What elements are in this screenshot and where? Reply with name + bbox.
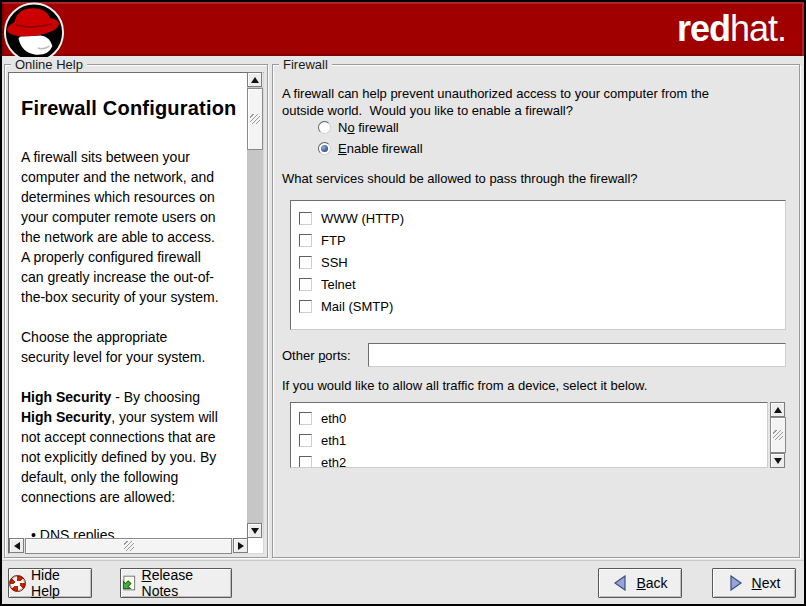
scroll-right-button[interactable]	[233, 538, 248, 553]
scroll-left-button[interactable]	[9, 538, 24, 553]
brand-bold: red	[677, 8, 730, 49]
help-title: Firewall Configuration	[21, 97, 237, 120]
service-row-www[interactable]: WWW (HTTP)	[291, 207, 785, 229]
checkbox[interactable]	[299, 212, 312, 225]
service-label: Telnet	[321, 277, 356, 292]
back-arrow-icon	[612, 575, 628, 591]
scroll-down-button[interactable]	[247, 523, 262, 538]
help-bold-term: High Security	[21, 389, 111, 405]
radio-no-firewall-label: No firewall	[338, 120, 399, 135]
footer-divider	[2, 560, 804, 561]
firewall-intro-text: A firewall can help prevent unauthorized…	[282, 85, 794, 119]
checkbox[interactable]	[299, 278, 312, 291]
scroll-up-button[interactable]	[247, 72, 262, 87]
checkbox[interactable]	[299, 300, 312, 313]
scroll-down-button[interactable]	[770, 453, 785, 468]
arrow-up-icon	[251, 77, 259, 83]
installer-window: redhat. Online Help Firewall Configurati…	[0, 0, 806, 606]
devices-question: If you would like to allow all traffic f…	[282, 377, 647, 394]
help-text-panel: Firewall Configuration A firewall sits b…	[8, 72, 264, 554]
scrollbar-track[interactable]	[247, 87, 263, 523]
service-label: Mail (SMTP)	[321, 299, 393, 314]
radio-enable-firewall[interactable]: Enable firewall	[318, 140, 423, 157]
hide-help-button[interactable]: Hide Help	[8, 568, 92, 598]
online-help-frame-label: Online Help	[11, 57, 87, 72]
radio-button[interactable]	[318, 142, 331, 155]
checkbox[interactable]	[299, 412, 312, 425]
arrow-right-icon	[238, 542, 244, 550]
next-arrow-icon	[728, 575, 744, 591]
checkbox[interactable]	[299, 456, 312, 469]
life-buoy-icon	[9, 575, 26, 592]
help-horizontal-scrollbar[interactable]	[9, 538, 248, 554]
arrow-down-icon	[251, 528, 259, 534]
help-paragraph: High Security - By choosing High Securit…	[21, 387, 247, 507]
arrow-down-icon	[774, 458, 782, 464]
checkbox[interactable]	[299, 256, 312, 269]
redhat-shadowman-icon	[3, 1, 65, 64]
device-row-eth2[interactable]: eth2	[291, 451, 767, 468]
help-vertical-scrollbar[interactable]	[247, 72, 263, 538]
scroll-up-button[interactable]	[770, 402, 785, 417]
device-label: eth1	[321, 433, 346, 448]
help-paragraph: A firewall sits between your computer an…	[21, 147, 247, 307]
hide-help-label: Hide Help	[31, 567, 91, 599]
checkbox[interactable]	[299, 434, 312, 447]
header-banner: redhat.	[2, 2, 804, 56]
device-label: eth0	[321, 411, 346, 426]
scrollbar-thumb[interactable]	[770, 417, 786, 453]
scrollbar-thumb[interactable]	[25, 538, 232, 554]
services-list[interactable]: WWW (HTTP) FTP SSH Telnet Mail (SMTP)	[290, 200, 786, 330]
release-notes-icon	[121, 575, 137, 592]
devices-list[interactable]: eth0 eth1 eth2	[290, 402, 768, 468]
checkbox[interactable]	[299, 234, 312, 247]
firewall-frame-label: Firewall	[279, 57, 332, 72]
radio-enable-firewall-label: Enable firewall	[338, 141, 423, 156]
service-label: FTP	[321, 233, 346, 248]
service-label: WWW (HTTP)	[321, 211, 404, 226]
scrollbar-thumb[interactable]	[247, 88, 263, 150]
device-label: eth2	[321, 455, 346, 469]
service-row-ftp[interactable]: FTP	[291, 229, 785, 251]
release-notes-button[interactable]: Release Notes	[120, 568, 232, 598]
other-ports-label: Other ports:	[282, 347, 351, 364]
arrow-left-icon	[14, 542, 20, 550]
help-content: Firewall Configuration A firewall sits b…	[9, 73, 248, 539]
help-bullet-item: • DNS replies	[31, 525, 114, 539]
next-label: Next	[752, 575, 781, 591]
services-question: What services should be allowed to pass …	[282, 170, 638, 187]
release-notes-label: Release Notes	[142, 567, 231, 599]
back-button[interactable]: Back	[598, 568, 682, 598]
back-label: Back	[636, 575, 667, 591]
device-row-eth1[interactable]: eth1	[291, 429, 767, 451]
service-label: SSH	[321, 255, 348, 270]
radio-button[interactable]	[318, 121, 331, 134]
help-paragraph: Choose the appropriate security level fo…	[21, 327, 247, 367]
redhat-wordmark: redhat.	[677, 9, 786, 49]
service-row-ssh[interactable]: SSH	[291, 251, 785, 273]
device-row-eth0[interactable]: eth0	[291, 407, 767, 429]
devices-vertical-scrollbar[interactable]	[770, 402, 786, 468]
brand-light: hat.	[730, 8, 786, 49]
other-ports-input[interactable]	[368, 343, 786, 367]
next-button[interactable]: Next	[712, 568, 796, 598]
arrow-up-icon	[774, 407, 782, 413]
radio-no-firewall[interactable]: No firewall	[318, 119, 399, 136]
service-row-telnet[interactable]: Telnet	[291, 273, 785, 295]
help-bold-term: High Security	[21, 409, 111, 425]
service-row-mail[interactable]: Mail (SMTP)	[291, 295, 785, 317]
